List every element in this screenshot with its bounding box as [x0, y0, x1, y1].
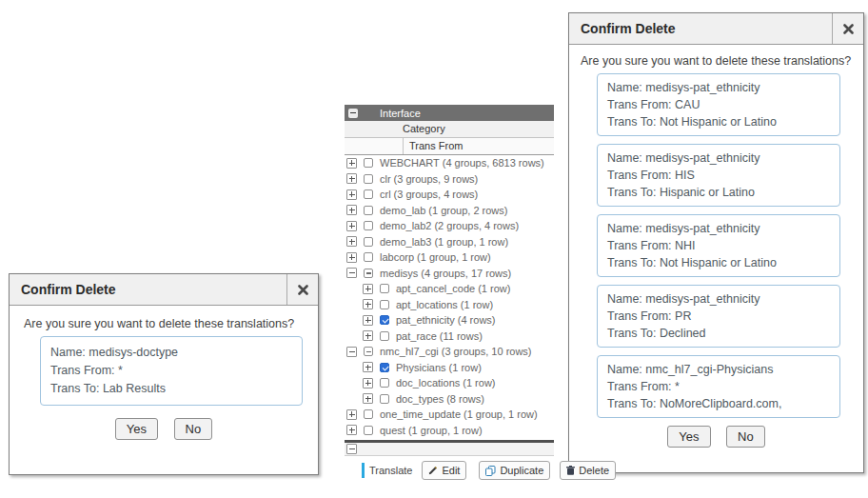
tree-row[interactable]: medisys(4 groups, 17 rows)	[345, 266, 554, 282]
expand-icon[interactable]	[346, 189, 357, 200]
collapse-icon[interactable]	[346, 347, 357, 357]
collapse-icon[interactable]	[346, 444, 357, 454]
trans-from-header-label: Trans From	[409, 138, 463, 154]
expand-icon[interactable]	[346, 158, 357, 169]
expand-icon[interactable]	[346, 252, 357, 263]
checkbox-unchecked[interactable]	[380, 394, 389, 404]
checkbox-unchecked[interactable]	[364, 252, 373, 262]
yes-button[interactable]: Yes	[115, 418, 158, 440]
translate-tab[interactable]: Translate	[369, 465, 412, 476]
checkbox-unchecked[interactable]	[380, 331, 389, 341]
collapse-icon[interactable]	[346, 268, 357, 278]
tree-row[interactable]: doc_types(8 rows)	[345, 391, 554, 408]
expand-icon[interactable]	[363, 315, 373, 326]
translation-line: Trans To: Not Hispanic or Latino	[607, 254, 830, 271]
checkbox-unchecked[interactable]	[364, 174, 373, 184]
expand-icon[interactable]	[346, 173, 357, 184]
tree-meta: (4 rows)	[458, 314, 496, 326]
checkbox-unchecked[interactable]	[380, 378, 389, 388]
dialog-body: Are you sure you want to delete these tr…	[10, 306, 318, 440]
checkbox-unchecked[interactable]	[364, 221, 373, 230]
tree-row[interactable]: nmc_hl7_cgi(3 groups, 10 rows)	[345, 344, 554, 360]
checkbox-unchecked[interactable]	[364, 237, 373, 247]
checkbox-unchecked[interactable]	[380, 284, 389, 293]
translation-line: Trans From: *	[607, 378, 830, 395]
checkbox-checked[interactable]	[380, 363, 389, 372]
tree-label: demo_lab	[380, 205, 425, 216]
tree-row[interactable]: one_time_update(1 group, 1 row)	[345, 407, 554, 423]
trans-from-header: Trans From	[345, 138, 554, 155]
tree-row[interactable]: doc_locations(1 row)	[345, 375, 554, 391]
panel-title: Interface	[380, 108, 421, 119]
tree-row[interactable]: quest(1 group, 1 row)	[345, 423, 554, 439]
translation-line: Trans To: Hispanic or Latino	[607, 184, 830, 201]
translation-line: Trans From: HIS	[607, 167, 830, 184]
tree-row[interactable]: WEBCHART(4 groups, 6813 rows)	[345, 155, 554, 171]
tree-row[interactable]: crl(3 groups, 4 rows)	[345, 187, 554, 203]
expand-icon[interactable]	[346, 236, 357, 247]
dialog-header: Confirm Delete	[10, 274, 318, 306]
expand-icon[interactable]	[346, 409, 357, 420]
tree-meta: (3 groups, 10 rows)	[442, 346, 532, 357]
checkbox-unchecked[interactable]	[364, 189, 373, 199]
expand-icon[interactable]	[363, 393, 373, 404]
no-button[interactable]: No	[726, 426, 765, 448]
collapse-icon[interactable]	[348, 109, 358, 118]
checkbox-unchecked[interactable]	[364, 409, 373, 419]
expand-icon[interactable]	[363, 330, 373, 341]
edit-button[interactable]: Edit	[422, 461, 466, 480]
checkbox-unchecked[interactable]	[364, 158, 373, 168]
translation-item: Name: medisys-pat_ethnicityTrans From: N…	[597, 214, 840, 277]
duplicate-button[interactable]: Duplicate	[479, 461, 550, 480]
tree-row[interactable]: demo_lab2(2 groups, 4 rows)	[345, 218, 554, 234]
checkbox-checked[interactable]	[380, 315, 389, 325]
panel-header: Interface	[345, 105, 554, 121]
tree-label: demo_lab2	[380, 220, 431, 231]
tree-meta: (3 groups, 4 rows)	[394, 189, 479, 200]
translation-list: Name: medisys-pat_ethnicityTrans From: C…	[581, 73, 852, 418]
translation-line: Name: medisys-doctype	[50, 344, 292, 362]
tree-label: Physicians	[396, 362, 446, 373]
translation-line: Name: medisys-pat_ethnicity	[607, 220, 830, 237]
column-divider	[403, 138, 404, 154]
confirm-delete-dialog: Confirm Delete Are you sure you want to …	[568, 12, 864, 473]
no-button[interactable]: No	[174, 418, 213, 440]
yes-button[interactable]: Yes	[667, 426, 710, 448]
tree-row[interactable]: pat_race(11 rows)	[345, 329, 554, 345]
tree-label: pat_race	[396, 330, 437, 342]
tree-row[interactable]: apt_locations(1 row)	[345, 297, 554, 313]
expand-icon[interactable]	[363, 299, 373, 309]
tree-row[interactable]: pat_ethnicity(4 rows)	[345, 312, 554, 329]
close-icon[interactable]	[286, 274, 318, 305]
checkbox-unchecked[interactable]	[364, 206, 373, 215]
tree-meta: (3 groups, 9 rows)	[394, 173, 479, 185]
tree-row[interactable]: demo_lab3(1 group, 1 row)	[345, 234, 554, 250]
tree-row[interactable]: clr(3 groups, 9 rows)	[345, 171, 554, 188]
tree-label: clr	[380, 173, 391, 185]
expand-icon[interactable]	[363, 284, 373, 294]
expand-icon[interactable]	[346, 425, 357, 435]
expand-icon[interactable]	[346, 205, 357, 215]
tree-meta: (4 groups, 6813 rows)	[443, 157, 544, 169]
expand-icon[interactable]	[363, 378, 373, 388]
tree-label: pat_ethnicity	[396, 314, 455, 326]
tree-meta: (1 group, 1 row)	[464, 408, 538, 420]
tree-row[interactable]: apt_cancel_code(1 row)	[345, 281, 554, 297]
translation-list: Name: medisys-doctypeTrans From: *Trans …	[24, 336, 304, 406]
checkbox-indeterminate[interactable]	[364, 269, 373, 278]
tree-row[interactable]: demo_lab(1 group, 2 rows)	[345, 203, 554, 219]
tree-meta: (1 group, 2 rows)	[428, 205, 507, 216]
copy-icon	[485, 466, 496, 476]
tree-row[interactable]: labcorp(1 group, 1 row)	[345, 249, 554, 266]
tree-row[interactable]: Physicians(1 row)	[345, 360, 554, 376]
delete-button[interactable]: Delete	[560, 461, 616, 480]
checkbox-indeterminate[interactable]	[364, 347, 373, 356]
edit-button-label: Edit	[442, 465, 460, 476]
expand-icon[interactable]	[346, 221, 357, 231]
checkbox-unchecked[interactable]	[364, 426, 373, 435]
checkbox-unchecked[interactable]	[380, 300, 389, 309]
close-icon[interactable]	[832, 13, 863, 44]
expand-icon[interactable]	[363, 362, 373, 372]
trash-icon	[566, 466, 575, 475]
toolbar: Translate Edit Duplicate Delete	[345, 456, 554, 483]
